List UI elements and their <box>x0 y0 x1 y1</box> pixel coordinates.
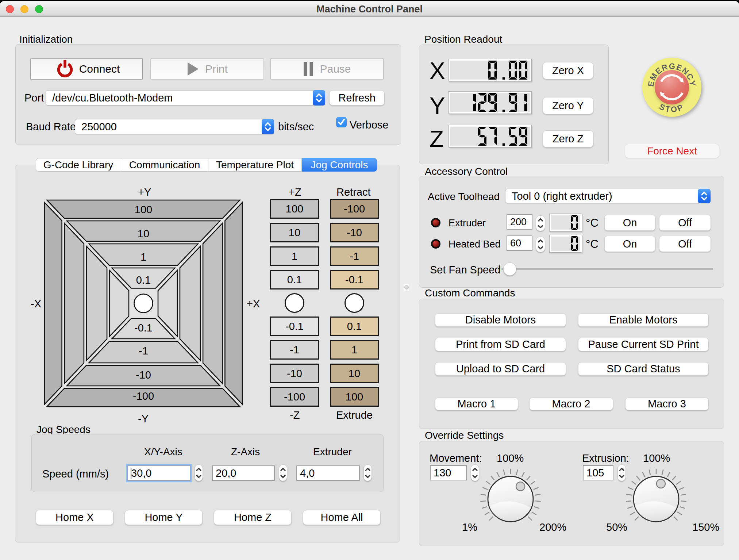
svg-text:100: 100 <box>135 204 152 215</box>
svg-text:-1: -1 <box>139 345 148 357</box>
svg-text:-0.1: -0.1 <box>134 322 153 334</box>
svg-text:-10: -10 <box>136 369 151 381</box>
svg-text:0.1: 0.1 <box>136 274 151 286</box>
svg-text:1: 1 <box>141 251 146 263</box>
svg-text:-100: -100 <box>133 390 154 402</box>
svg-text:10: 10 <box>138 228 149 239</box>
